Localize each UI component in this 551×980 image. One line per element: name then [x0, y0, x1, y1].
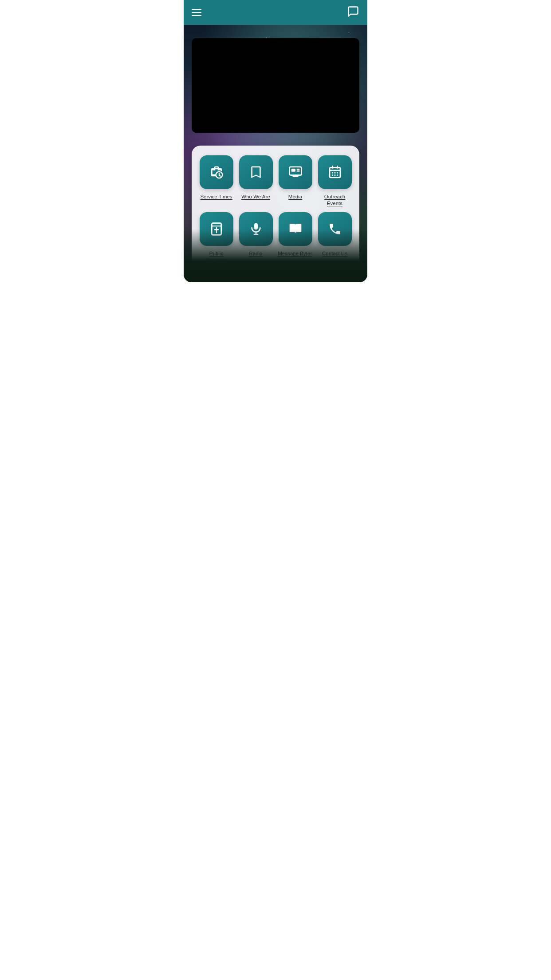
service-times-icon-btn[interactable] [200, 155, 233, 189]
media-icon-btn[interactable] [279, 155, 312, 189]
contact-us-label: Contact Us [322, 250, 347, 257]
white-space [184, 282, 367, 424]
svg-rect-11 [337, 175, 338, 176]
menu-item-media[interactable]: Media [278, 155, 313, 207]
service-times-label: Service Times [200, 194, 232, 200]
radio-icon-btn[interactable] [239, 212, 273, 246]
briefcase-clock-icon [209, 165, 224, 179]
menu-item-service-times[interactable]: Service Times [199, 155, 234, 207]
outreach-events-icon-btn[interactable] [318, 155, 352, 189]
svg-rect-4 [296, 170, 299, 172]
menu-item-outreach-events[interactable]: Outreach Events [317, 155, 352, 207]
menu-item-radio[interactable]: Radio [238, 212, 273, 264]
menu-item-contact-us[interactable]: Contact Us [317, 212, 352, 264]
svg-rect-8 [337, 172, 338, 174]
menu-button[interactable] [192, 9, 201, 16]
microphone-icon [249, 222, 263, 236]
bible-icon [209, 222, 224, 236]
chat-button[interactable] [347, 5, 359, 20]
media-icon [288, 165, 303, 179]
svg-rect-9 [332, 175, 333, 176]
svg-rect-3 [296, 169, 299, 170]
aurora-background: Service Times Who We Are [184, 25, 367, 282]
svg-rect-6 [332, 172, 333, 174]
message-bytes-icon-btn[interactable] [279, 212, 312, 246]
message-bytes-label: Message Bytes [278, 250, 313, 257]
outreach-events-label: Outreach Events [317, 194, 352, 207]
phone-icon [328, 222, 342, 236]
menu-grid: Service Times Who We Are [199, 155, 352, 264]
svg-rect-10 [334, 175, 335, 176]
media-label: Media [288, 194, 302, 200]
contact-us-icon-btn[interactable] [318, 212, 352, 246]
public-sermons-icon-btn[interactable] [200, 212, 233, 246]
svg-rect-12 [212, 223, 221, 235]
public-sermons-label: Public Sermons [199, 250, 234, 264]
bookmark-icon [249, 165, 263, 179]
hero-section: Service Times Who We Are [184, 25, 367, 282]
menu-item-public-sermons[interactable]: Public Sermons [199, 212, 234, 264]
menu-card: Service Times Who We Are [192, 146, 359, 273]
video-player[interactable] [192, 38, 359, 133]
calendar-icon [328, 165, 342, 179]
book-open-icon [288, 222, 303, 236]
header [184, 0, 367, 25]
who-we-are-icon-btn[interactable] [239, 155, 273, 189]
radio-label: Radio [249, 250, 262, 257]
menu-item-who-we-are[interactable]: Who We Are [238, 155, 273, 207]
who-we-are-label: Who We Are [241, 194, 270, 200]
svg-rect-7 [334, 172, 335, 174]
menu-item-message-bytes[interactable]: Message Bytes [278, 212, 313, 264]
svg-rect-13 [254, 223, 258, 230]
svg-rect-2 [291, 169, 295, 172]
